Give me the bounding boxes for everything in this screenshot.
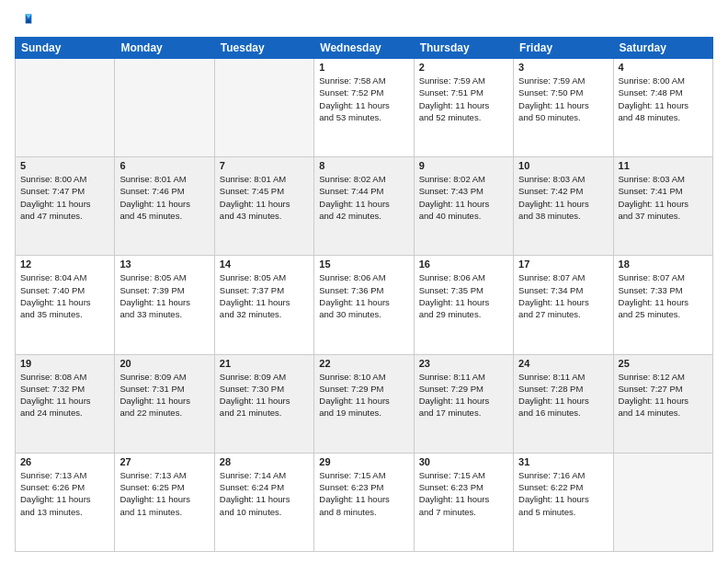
day-header-sunday: Sunday — [16, 38, 115, 59]
day-info: Sunrise: 8:11 AM Sunset: 7:29 PM Dayligh… — [419, 371, 508, 419]
calendar-cell: 27Sunrise: 7:13 AM Sunset: 6:25 PM Dayli… — [115, 453, 214, 551]
day-number: 7 — [220, 160, 309, 171]
day-info: Sunrise: 8:01 AM Sunset: 7:45 PM Dayligh… — [220, 173, 309, 222]
calendar-cell: 28Sunrise: 7:14 AM Sunset: 6:24 PM Dayli… — [214, 453, 313, 551]
day-info: Sunrise: 8:01 AM Sunset: 7:46 PM Dayligh… — [119, 173, 209, 222]
day-info: Sunrise: 7:15 AM Sunset: 6:23 PM Dayligh… — [419, 469, 508, 518]
day-info: Sunrise: 8:02 AM Sunset: 7:44 PM Dayligh… — [319, 173, 408, 222]
day-number: 17 — [518, 259, 608, 270]
day-number: 11 — [619, 160, 708, 171]
day-number: 23 — [419, 358, 508, 369]
calendar-cell: 2Sunrise: 7:59 AM Sunset: 7:51 PM Daylig… — [414, 59, 513, 157]
day-info: Sunrise: 8:10 AM Sunset: 7:29 PM Dayligh… — [319, 371, 408, 419]
day-info: Sunrise: 7:59 AM Sunset: 7:51 PM Dayligh… — [419, 75, 508, 123]
day-number: 15 — [319, 259, 408, 270]
day-number: 19 — [20, 358, 109, 369]
calendar-week-5: 26Sunrise: 7:13 AM Sunset: 6:26 PM Dayli… — [16, 453, 713, 551]
day-info: Sunrise: 8:11 AM Sunset: 7:28 PM Dayligh… — [518, 371, 608, 419]
day-info: Sunrise: 8:05 AM Sunset: 7:39 PM Dayligh… — [119, 271, 209, 320]
calendar-cell — [115, 59, 214, 157]
header — [15, 11, 713, 29]
day-info: Sunrise: 7:59 AM Sunset: 7:50 PM Dayligh… — [518, 75, 608, 123]
day-number: 9 — [419, 160, 508, 171]
day-number: 25 — [619, 358, 708, 369]
calendar-week-2: 5Sunrise: 8:00 AM Sunset: 7:47 PM Daylig… — [16, 157, 713, 256]
day-number: 29 — [319, 456, 408, 467]
calendar-cell: 15Sunrise: 8:06 AM Sunset: 7:36 PM Dayli… — [314, 256, 414, 354]
day-number: 6 — [119, 160, 209, 171]
calendar-cell: 1Sunrise: 7:58 AM Sunset: 7:52 PM Daylig… — [314, 59, 414, 157]
day-number: 18 — [619, 259, 708, 270]
calendar-cell: 4Sunrise: 8:00 AM Sunset: 7:48 PM Daylig… — [613, 59, 712, 157]
day-info: Sunrise: 8:07 AM Sunset: 7:33 PM Dayligh… — [619, 271, 708, 320]
calendar-cell: 20Sunrise: 8:09 AM Sunset: 7:31 PM Dayli… — [115, 354, 214, 453]
logo-icon — [15, 11, 33, 29]
calendar-cell: 23Sunrise: 8:11 AM Sunset: 7:29 PM Dayli… — [414, 354, 513, 453]
day-header-monday: Monday — [115, 38, 214, 59]
calendar-week-4: 19Sunrise: 8:08 AM Sunset: 7:32 PM Dayli… — [16, 354, 713, 453]
day-number: 2 — [419, 62, 508, 73]
day-number: 4 — [619, 62, 708, 73]
day-header-thursday: Thursday — [414, 38, 513, 59]
calendar-table: SundayMondayTuesdayWednesdayThursdayFrid… — [15, 37, 713, 552]
calendar-cell: 24Sunrise: 8:11 AM Sunset: 7:28 PM Dayli… — [514, 354, 613, 453]
day-number: 14 — [220, 259, 309, 270]
logo — [15, 11, 37, 29]
calendar-cell: 29Sunrise: 7:15 AM Sunset: 6:23 PM Dayli… — [314, 453, 414, 551]
calendar-cell: 14Sunrise: 8:05 AM Sunset: 7:37 PM Dayli… — [214, 256, 313, 354]
day-number: 24 — [518, 358, 608, 369]
calendar-cell: 5Sunrise: 8:00 AM Sunset: 7:47 PM Daylig… — [16, 157, 115, 256]
day-info: Sunrise: 7:16 AM Sunset: 6:22 PM Dayligh… — [518, 469, 608, 518]
day-number: 20 — [119, 358, 209, 369]
day-number: 31 — [518, 456, 608, 467]
day-number: 12 — [20, 259, 109, 270]
day-info: Sunrise: 8:12 AM Sunset: 7:27 PM Dayligh… — [619, 371, 708, 419]
calendar-cell: 31Sunrise: 7:16 AM Sunset: 6:22 PM Dayli… — [514, 453, 613, 551]
day-number: 27 — [119, 456, 209, 467]
day-info: Sunrise: 8:09 AM Sunset: 7:31 PM Dayligh… — [119, 371, 209, 419]
day-number: 1 — [319, 62, 408, 73]
day-info: Sunrise: 8:09 AM Sunset: 7:30 PM Dayligh… — [220, 371, 309, 419]
day-number: 5 — [20, 160, 109, 171]
calendar-cell: 17Sunrise: 8:07 AM Sunset: 7:34 PM Dayli… — [514, 256, 613, 354]
day-info: Sunrise: 8:06 AM Sunset: 7:35 PM Dayligh… — [419, 271, 508, 320]
calendar-cell: 12Sunrise: 8:04 AM Sunset: 7:40 PM Dayli… — [16, 256, 115, 354]
calendar-cell: 22Sunrise: 8:10 AM Sunset: 7:29 PM Dayli… — [314, 354, 414, 453]
day-info: Sunrise: 7:13 AM Sunset: 6:25 PM Dayligh… — [119, 469, 209, 518]
calendar-cell: 10Sunrise: 8:03 AM Sunset: 7:42 PM Dayli… — [514, 157, 613, 256]
day-info: Sunrise: 7:13 AM Sunset: 6:26 PM Dayligh… — [20, 469, 109, 518]
calendar-cell: 25Sunrise: 8:12 AM Sunset: 7:27 PM Dayli… — [613, 354, 712, 453]
calendar-week-3: 12Sunrise: 8:04 AM Sunset: 7:40 PM Dayli… — [16, 256, 713, 354]
day-info: Sunrise: 8:00 AM Sunset: 7:48 PM Dayligh… — [619, 75, 708, 123]
calendar-cell: 18Sunrise: 8:07 AM Sunset: 7:33 PM Dayli… — [613, 256, 712, 354]
calendar-cell: 8Sunrise: 8:02 AM Sunset: 7:44 PM Daylig… — [314, 157, 414, 256]
calendar-cell — [613, 453, 712, 551]
day-header-friday: Friday — [514, 38, 613, 59]
day-number: 16 — [419, 259, 508, 270]
calendar-cell: 21Sunrise: 8:09 AM Sunset: 7:30 PM Dayli… — [214, 354, 313, 453]
day-info: Sunrise: 7:14 AM Sunset: 6:24 PM Dayligh… — [220, 469, 309, 518]
calendar-cell — [214, 59, 313, 157]
calendar-cell: 7Sunrise: 8:01 AM Sunset: 7:45 PM Daylig… — [214, 157, 313, 256]
calendar-cell: 26Sunrise: 7:13 AM Sunset: 6:26 PM Dayli… — [16, 453, 115, 551]
day-info: Sunrise: 8:08 AM Sunset: 7:32 PM Dayligh… — [20, 371, 109, 419]
day-info: Sunrise: 7:58 AM Sunset: 7:52 PM Dayligh… — [319, 75, 408, 123]
day-number: 30 — [419, 456, 508, 467]
day-info: Sunrise: 8:06 AM Sunset: 7:36 PM Dayligh… — [319, 271, 408, 320]
day-info: Sunrise: 8:05 AM Sunset: 7:37 PM Dayligh… — [220, 271, 309, 320]
day-info: Sunrise: 8:03 AM Sunset: 7:41 PM Dayligh… — [619, 173, 708, 222]
day-info: Sunrise: 8:02 AM Sunset: 7:43 PM Dayligh… — [419, 173, 508, 222]
calendar-week-1: 1Sunrise: 7:58 AM Sunset: 7:52 PM Daylig… — [16, 59, 713, 157]
day-number: 3 — [518, 62, 608, 73]
day-number: 8 — [319, 160, 408, 171]
day-info: Sunrise: 8:00 AM Sunset: 7:47 PM Dayligh… — [20, 173, 109, 222]
day-number: 28 — [220, 456, 309, 467]
calendar-cell — [16, 59, 115, 157]
day-header-saturday: Saturday — [613, 38, 712, 59]
calendar-cell: 30Sunrise: 7:15 AM Sunset: 6:23 PM Dayli… — [414, 453, 513, 551]
day-info: Sunrise: 8:03 AM Sunset: 7:42 PM Dayligh… — [518, 173, 608, 222]
calendar-cell: 9Sunrise: 8:02 AM Sunset: 7:43 PM Daylig… — [414, 157, 513, 256]
calendar-cell: 6Sunrise: 8:01 AM Sunset: 7:46 PM Daylig… — [115, 157, 214, 256]
day-number: 13 — [119, 259, 209, 270]
day-header-tuesday: Tuesday — [214, 38, 313, 59]
